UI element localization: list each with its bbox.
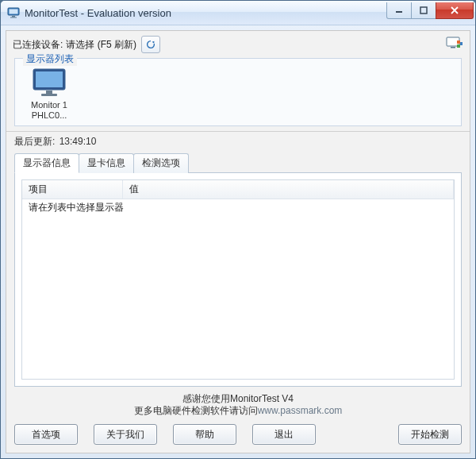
client-area: 已连接设备: 请选择 (F5 刷新) 显示器列表 [6,30,470,453]
about-button[interactable]: 关于我们 [94,424,157,445]
refresh-button[interactable] [141,36,160,53]
help-button[interactable]: 帮助 [173,424,236,445]
exit-button[interactable]: 退出 [252,424,316,445]
svg-rect-14 [41,94,57,96]
prefs-button[interactable]: 首选项 [14,424,78,445]
button-row: 首选项 关于我们 帮助 退出 开始检测 [6,419,470,453]
window-controls [387,2,474,19]
svg-rect-1 [10,10,18,14]
column-name[interactable]: 项目 [22,180,123,199]
info-table-header: 项目 值 [22,180,454,199]
monitor-list-legend: 显示器列表 [23,52,77,66]
close-button[interactable] [436,2,474,19]
titlebar[interactable]: MonitorTest - Evaluation version [1,1,475,25]
svg-rect-12 [36,71,63,87]
maximize-button[interactable] [411,2,436,19]
svg-rect-9 [457,44,460,48]
monitor-icon [30,67,68,98]
tabs-container: 显示器信息 显卡信息 检测选项 项目 值 请在列表中选择显示器 [14,153,462,386]
device-select-hint: 请选择 (F5 刷新) [66,38,136,52]
footer-link[interactable]: www.passmark.com [258,405,343,416]
last-update: 最后更新: 13:49:10 [6,132,470,153]
monitor-item-line1: Monitor 1 [21,100,77,110]
refresh-icon [145,39,156,50]
app-window: MonitorTest - Evaluation version 已连接设备: … [0,0,476,459]
info-table-body: 请在列表中选择显示器 [22,199,454,378]
svg-rect-4 [396,11,402,13]
svg-rect-10 [460,42,463,45]
connected-label: 已连接设备: [13,38,63,52]
tab-strip: 显示器信息 显卡信息 检测选项 [14,153,462,173]
footer-thanks: 感谢您使用MonitorTest V4 [6,393,470,406]
svg-rect-7 [451,47,455,48]
svg-rect-3 [10,17,17,18]
app-icon [7,6,20,19]
monitor-item[interactable]: Monitor 1 PHLC0... [21,67,77,121]
monitor-list-group: 显示器列表 Monitor 1 PHLC0... [14,58,462,126]
tab-panel-monitor-info: 项目 值 请在列表中选择显示器 [14,172,462,386]
start-test-button[interactable]: 开始检测 [398,424,462,445]
footer-text: 感谢您使用MonitorTest V4 更多电脑硬件检测软件请访问www.pas… [6,390,470,419]
svg-rect-13 [46,91,52,94]
info-table[interactable]: 项目 值 请在列表中选择显示器 [21,179,455,379]
monitor-item-line2: PHLC0... [21,110,77,121]
last-update-time: 13:49:10 [60,136,97,147]
svg-rect-8 [457,40,460,44]
window-title: MonitorTest - Evaluation version [25,7,387,19]
footer-more: 更多电脑硬件检测软件请访问www.passmark.com [6,405,470,418]
tab-test-options[interactable]: 检测选项 [133,153,189,173]
tab-monitor-info[interactable]: 显示器信息 [14,153,79,173]
info-empty-message: 请在列表中选择显示器 [29,201,447,214]
svg-rect-5 [420,7,427,14]
minimize-button[interactable] [386,2,412,19]
svg-rect-2 [12,16,15,17]
monitor-corner-icon [446,37,463,53]
column-value[interactable]: 值 [123,180,454,199]
footer-more-prefix: 更多电脑硬件检测软件请访问 [134,405,258,416]
last-update-label: 最后更新: [14,136,55,147]
tab-gpu-info[interactable]: 显卡信息 [79,153,134,173]
